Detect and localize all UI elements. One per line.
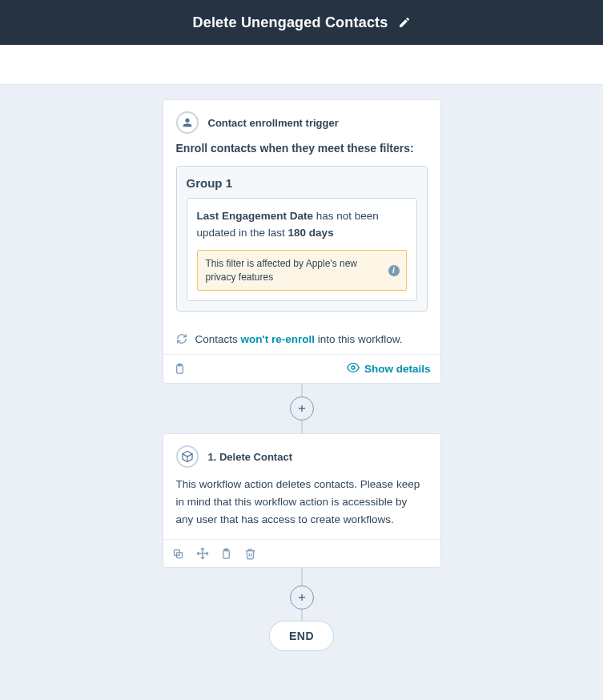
filter-item[interactable]: Last Engagement Date has not been update…: [187, 198, 417, 301]
filter-value: 180 days: [288, 227, 334, 239]
action-description: This workflow action deletes contacts. P…: [176, 476, 428, 528]
connector-line: [301, 568, 303, 585]
refresh-icon: [175, 332, 189, 346]
warning-text: This filter is affected by Apple's new p…: [206, 258, 358, 283]
trigger-heading: Contact enrollment trigger: [208, 117, 339, 129]
group-title: Group 1: [187, 176, 417, 190]
move-icon[interactable]: [195, 546, 210, 561]
copy-icon[interactable]: [171, 546, 186, 561]
trigger-card-footer: Show details: [163, 354, 440, 383]
filter-property: Last Engagement Date: [197, 210, 314, 222]
contact-icon: [176, 111, 199, 134]
end-node: END: [269, 621, 334, 651]
reenroll-link[interactable]: won't re-enroll: [241, 333, 315, 345]
connector-line: [301, 609, 303, 621]
filter-text: Last Engagement Date has not been update…: [197, 208, 407, 242]
action-card[interactable]: 1. Delete Contact This workflow action d…: [163, 433, 441, 568]
page-title: Delete Unengaged Contacts: [192, 14, 388, 31]
privacy-warning: This filter is affected by Apple's new p…: [197, 250, 407, 292]
clipboard-icon[interactable]: [173, 362, 187, 376]
reenroll-text: Contacts won't re-enroll into this workf…: [195, 333, 403, 345]
info-icon[interactable]: i: [388, 265, 400, 276]
action-card-footer: [163, 539, 440, 567]
workflow-canvas: Contact enrollment trigger Enroll contac…: [0, 85, 603, 651]
top-bar: Delete Unengaged Contacts: [0, 0, 603, 45]
clipboard-icon[interactable]: [219, 546, 234, 561]
connector-line: [301, 384, 303, 396]
connector-line: [301, 420, 303, 433]
action-title: 1. Delete Contact: [208, 451, 292, 463]
filter-group[interactable]: Group 1 Last Engagement Date has not bee…: [176, 166, 428, 312]
cube-icon: [176, 445, 199, 468]
eye-icon: [347, 361, 360, 376]
edit-title-icon[interactable]: [398, 16, 411, 29]
reenroll-row[interactable]: Contacts won't re-enroll into this workf…: [163, 323, 440, 354]
trigger-card-header: Contact enrollment trigger: [163, 100, 440, 142]
svg-point-2: [352, 366, 355, 369]
show-details-button[interactable]: Show details: [347, 361, 431, 376]
action-card-header: 1. Delete Contact: [163, 434, 440, 476]
trigger-card[interactable]: Contact enrollment trigger Enroll contac…: [163, 99, 441, 384]
add-step-button[interactable]: [290, 396, 314, 420]
add-step-button[interactable]: [290, 585, 314, 609]
trigger-subhead: Enroll contacts when they meet these fil…: [176, 142, 428, 155]
spacer-bar: [0, 45, 603, 85]
trash-icon[interactable]: [243, 546, 258, 561]
